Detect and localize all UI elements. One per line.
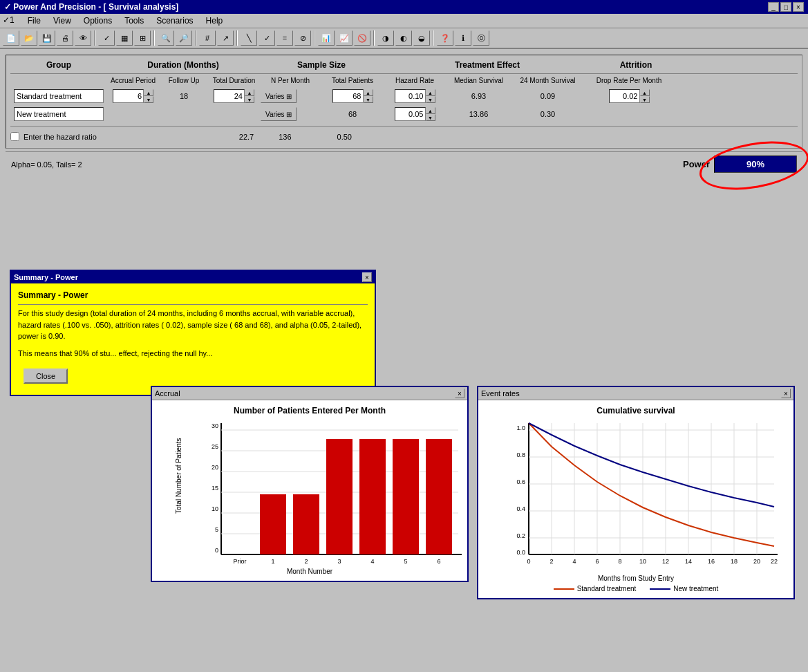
totalpatients-value-2: 68 (348, 110, 357, 118)
alpha-bar: Alpha= 0.05, Tails= 2 Power 90% (6, 151, 802, 176)
followup-value-1: 18 (180, 92, 188, 100)
maximize-button[interactable]: □ (780, 2, 791, 12)
summary-close-btn[interactable]: Close (24, 368, 68, 384)
varies-btn-2[interactable]: Varies ⊞ (261, 107, 297, 121)
menu-help[interactable]: Help (204, 15, 225, 26)
equals-button[interactable]: = (276, 30, 293, 46)
accrual-title-bar: Accrual × (152, 387, 467, 400)
table-row: ▲ ▼ 18 ▲ ▼ Varies ⊞ (10, 87, 798, 105)
legend-new: New treatment (650, 585, 718, 592)
accrual-input-1[interactable] (113, 89, 144, 103)
help1-button[interactable]: ❓ (437, 30, 453, 46)
line1-button[interactable]: ╲ (241, 30, 257, 46)
droprate-up-1[interactable]: ▲ (640, 89, 650, 96)
menu-view[interactable]: View (51, 15, 73, 26)
month24-cell-2: 0.30 (511, 109, 584, 119)
save-button[interactable]: 💾 (39, 30, 55, 46)
sub-headers: Accrual Period Follow Up Total Duration … (10, 74, 798, 87)
alpha-text: Alpha= 0.05, Tails= 2 (11, 160, 82, 169)
hazardrate-up-2[interactable]: ▲ (426, 107, 435, 114)
hazardrate-down-2[interactable]: ▼ (426, 114, 435, 121)
grid1-button[interactable]: ▦ (116, 30, 133, 46)
hazardrate-up-1[interactable]: ▲ (426, 89, 435, 96)
help3-button[interactable]: ⓪ (473, 30, 489, 46)
svg-text:3: 3 (337, 558, 341, 565)
search-button[interactable]: 🔍 (158, 30, 174, 46)
subheader-mediansurvival: Median Survival (446, 76, 511, 85)
droprate-cell-2 (584, 113, 674, 115)
varies-btn-1[interactable]: Varies ⊞ (261, 89, 297, 103)
summary-title-label: Summary - Power (14, 273, 78, 281)
group-name-input-2[interactable] (14, 107, 104, 121)
summary-title-bar: Summary - Power × (11, 271, 375, 283)
followup-cell-1: 18 (159, 91, 209, 101)
separator1 (94, 30, 95, 46)
menu-options[interactable]: Options (82, 15, 114, 26)
month24-value-1: 0.09 (541, 92, 555, 100)
checkbox-label: Enter the hazard ratio (24, 133, 97, 141)
summary-close-button[interactable]: × (362, 272, 372, 282)
group-name-input-1[interactable] (14, 89, 104, 103)
subheader-droprate: Drop Rate Per Month (584, 76, 674, 85)
svg-rect-18 (326, 439, 353, 554)
hazardrate-input-1[interactable] (395, 89, 426, 103)
droprate-input-1[interactable] (609, 89, 640, 103)
totaldur-cell-2 (209, 113, 259, 115)
totaldur-input-1[interactable] (214, 89, 245, 103)
circle-button[interactable]: ⊘ (294, 30, 311, 46)
svg-text:5: 5 (404, 558, 407, 565)
totalpatients-down-1[interactable]: ▼ (364, 96, 373, 103)
hazardrate-spinner-1: ▲ ▼ (426, 89, 435, 103)
bar2-button[interactable]: 📈 (336, 30, 353, 46)
print-button[interactable]: 🖨 (57, 30, 73, 46)
power-value[interactable]: 90% (714, 156, 797, 173)
arrow-button[interactable]: ↗ (217, 30, 234, 46)
svg-text:4: 4 (572, 558, 576, 565)
grid2-button[interactable]: ⊞ (134, 30, 151, 46)
window-title: ✓ Power And Precision - [ Survival analy… (4, 2, 178, 12)
events-title-bar: Event rates × (478, 387, 793, 400)
bar1-button[interactable]: 📊 (318, 30, 335, 46)
search2-button[interactable]: 🔎 (176, 30, 192, 46)
month24-cell-1: 0.09 (511, 91, 584, 101)
events-close-button[interactable]: × (781, 389, 791, 398)
totaldur-down-1[interactable]: ▼ (245, 96, 254, 103)
total-patients: 136 (279, 133, 291, 141)
menu-scenarios[interactable]: Scenarios (154, 15, 195, 26)
pie1-button[interactable]: ◑ (377, 30, 394, 46)
totalpatients-input-1[interactable] (332, 89, 364, 103)
line2-button[interactable]: ✓ (259, 30, 275, 46)
hazard-ratio-checkbox[interactable] (10, 132, 19, 141)
minimize-button[interactable]: _ (768, 2, 779, 12)
pie3-button[interactable]: ◒ (413, 30, 430, 46)
check-button[interactable]: ✓ (98, 30, 115, 46)
no-button[interactable]: 🚫 (354, 30, 370, 46)
svg-text:Prior: Prior (233, 558, 246, 565)
group-name-1 (10, 88, 107, 104)
pie2-button[interactable]: ◐ (395, 30, 412, 46)
menu-file[interactable]: File (26, 15, 43, 26)
totalpatients-up-1[interactable]: ▲ (364, 89, 373, 96)
hash-button[interactable]: # (199, 30, 216, 46)
toolbar: 📄 📂 💾 🖨 👁 ✓ ▦ ⊞ 🔍 🔎 # ↗ ╲ ✓ = ⊘ 📊 📈 🚫 ◑ … (0, 28, 808, 49)
accrual-down-1[interactable]: ▼ (144, 96, 153, 103)
new-button[interactable]: 📄 (3, 30, 19, 46)
preview-button[interactable]: 👁 (75, 30, 91, 46)
droprate-down-1[interactable]: ▼ (640, 96, 650, 103)
svg-text:2: 2 (549, 558, 553, 565)
accrual-close-button[interactable]: × (455, 389, 464, 398)
help2-button[interactable]: ℹ (455, 30, 471, 46)
svg-text:6: 6 (437, 558, 440, 565)
accrual-up-1[interactable]: ▲ (144, 89, 153, 96)
open-button[interactable]: 📂 (21, 30, 37, 46)
hazardrate-down-1[interactable]: ▼ (426, 96, 435, 103)
menu-tools[interactable]: Tools (122, 15, 146, 26)
totaldur-up-1[interactable]: ▲ (245, 89, 254, 96)
npermonth-cell-1: Varies ⊞ (259, 88, 321, 104)
header-sample: Sample Size (259, 59, 384, 71)
table-divider (10, 126, 798, 127)
hazardrate-input-2[interactable] (395, 107, 426, 121)
close-button[interactable]: × (793, 2, 804, 12)
mediansurvival-value-2: 13.86 (469, 110, 489, 118)
data-table: Group Duration (Months) Sample Size Trea… (6, 55, 802, 149)
